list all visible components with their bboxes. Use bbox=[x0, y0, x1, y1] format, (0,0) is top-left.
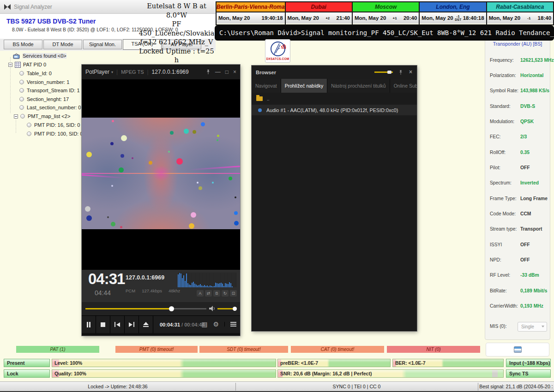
track-bullet-icon bbox=[258, 108, 262, 112]
volume-fill bbox=[217, 308, 233, 309]
spectrum-bar bbox=[203, 286, 204, 287]
parent-directory-label: .. bbox=[267, 96, 270, 101]
viz-dot bbox=[86, 152, 92, 157]
eject-button[interactable] bbox=[139, 316, 153, 333]
playlist-icon[interactable]: ▤ bbox=[201, 321, 207, 328]
clock-time: 18:40 bbox=[538, 15, 551, 21]
seek-fill bbox=[85, 308, 171, 309]
collapse-icon[interactable] bbox=[8, 63, 12, 67]
resize-grip[interactable] bbox=[548, 385, 553, 390]
volume-handle[interactable] bbox=[233, 307, 237, 311]
clock-date: Mon, May 20 bbox=[355, 15, 386, 21]
parent-directory-row[interactable]: .. bbox=[252, 93, 417, 105]
stream-format-label: MPEG TS bbox=[121, 69, 144, 75]
tab-bs-mode[interactable]: BS Mode bbox=[4, 40, 42, 49]
stop-button[interactable] bbox=[96, 316, 110, 333]
collapse-icon[interactable] bbox=[14, 114, 18, 119]
potplayer-menu[interactable]: PotPlayer bbox=[85, 69, 109, 75]
tree-item-pmt-map-list[interactable]: PMT_map_list <2> bbox=[14, 112, 70, 120]
spectrum-bar bbox=[187, 283, 188, 287]
tree-label: Table_Id: 0 bbox=[27, 71, 52, 76]
pin-icon[interactable] bbox=[398, 70, 403, 75]
overlay-line-satellite: Eutelsat 8 W B at 8.0°W bbox=[138, 2, 215, 20]
tab-signal-mon[interactable]: Signal Mon. bbox=[83, 40, 122, 49]
field-value: Long Frame bbox=[520, 196, 548, 201]
viz-dot bbox=[112, 120, 114, 122]
pause-button[interactable] bbox=[82, 316, 96, 333]
potplayer-titlebar[interactable]: PotPlayer ▾ | MPEG TS | 127.0.0.1:6969 —… bbox=[82, 65, 240, 79]
codec-label: PCM bbox=[126, 288, 135, 293]
field-value: Transport bbox=[520, 226, 542, 232]
ab-repeat-b-button[interactable]: B bbox=[213, 290, 220, 297]
seek-bar[interactable] bbox=[85, 308, 206, 309]
present-indicator: Present bbox=[4, 359, 50, 367]
clock-london: London, Eng Mon, May 20-1DST18:40:18 bbox=[419, 1, 487, 25]
audio-visualization bbox=[82, 118, 240, 229]
spectrum-bar bbox=[218, 284, 219, 287]
field-value: 0,193 MHz bbox=[520, 303, 543, 309]
viz-dot bbox=[110, 142, 114, 145]
clock-rabat: Rabat-Casablanca Mon, May 20-118:40 bbox=[486, 1, 554, 25]
tree-item-table-id[interactable]: Table_Id: 0 bbox=[19, 69, 52, 77]
next-button[interactable] bbox=[125, 316, 139, 333]
slider-handle[interactable] bbox=[387, 71, 391, 74]
dxsatcs-logo: DXSATCS.COM bbox=[265, 39, 290, 63]
speaker-icon[interactable] bbox=[209, 306, 216, 311]
sdt-status-badge: SDT (0) timeout! bbox=[199, 346, 288, 353]
tree-item-services[interactable]: Services found <0> bbox=[13, 52, 66, 60]
terminal-prompt[interactable]: C:\Users\Roman Dávid>Signal monitoring_P… bbox=[215, 25, 554, 41]
settings-gear-icon[interactable]: ⚙ bbox=[213, 321, 219, 328]
tab-prohlizec-nabidky[interactable]: Prohlížeč nabídky bbox=[281, 79, 327, 93]
potplayer-window: PotPlayer ▾ | MPEG TS | 127.0.0.1:6969 —… bbox=[82, 65, 240, 336]
loop-icon[interactable]: ↻ bbox=[222, 290, 229, 297]
minimize-icon[interactable]: — bbox=[215, 69, 221, 75]
ber-bar: BER: <1.0E-7 bbox=[392, 359, 504, 367]
browser-slider[interactable] bbox=[374, 71, 393, 73]
menu-icon[interactable] bbox=[224, 322, 236, 327]
volume-slider[interactable] bbox=[217, 308, 237, 309]
video-area[interactable] bbox=[82, 79, 240, 270]
tree-item-last-section[interactable]: Last_section_number: 0 bbox=[19, 103, 81, 112]
field-value: OFF bbox=[520, 242, 530, 247]
spectrum-bar bbox=[226, 284, 227, 287]
viz-dot bbox=[111, 185, 113, 187]
swap-icon[interactable]: ⇄ bbox=[205, 290, 212, 297]
ab-repeat-a-button[interactable]: A bbox=[197, 290, 204, 297]
tree-item-pat[interactable]: PAT PID 0 bbox=[8, 60, 46, 69]
tab-navigovat[interactable]: Navigovat bbox=[252, 79, 281, 93]
clock-offset: -1 bbox=[457, 15, 460, 18]
tab-online-subs[interactable]: Online Subs bbox=[390, 79, 417, 93]
tv-icon bbox=[13, 53, 20, 59]
mis-select[interactable]: Single bbox=[518, 322, 547, 332]
close-icon[interactable]: × bbox=[233, 69, 236, 75]
tab-nastroj-titulku[interactable]: Nástroj procházení titulků bbox=[327, 79, 390, 93]
audio-track-item[interactable]: Audio #1 - AAC(LATM), 48.0 kHz (PID:0x01… bbox=[252, 105, 417, 115]
browser-titlebar[interactable]: Browser × bbox=[252, 65, 417, 79]
field-label: CarrierWidth: bbox=[490, 303, 518, 309]
field-value: Inverted bbox=[520, 180, 539, 185]
bitrate-label: 127.4kbps bbox=[142, 288, 162, 293]
browser-title: Browser bbox=[256, 70, 276, 75]
previous-button[interactable] bbox=[110, 316, 125, 333]
fullscreen-icon[interactable]: ⊡ bbox=[230, 290, 237, 297]
tree-item-pmt-100[interactable]: PMT PID: 100, SID: 0 bbox=[27, 130, 83, 138]
tree-item-pmt-16[interactable]: PMT PID: 16, SID: 0 bbox=[27, 121, 80, 129]
maximize-icon[interactable]: □ bbox=[225, 69, 229, 75]
seek-handle[interactable] bbox=[169, 306, 174, 311]
viz-dot bbox=[119, 167, 124, 172]
field-value: 12621,523 MHz bbox=[520, 58, 554, 63]
viz-dot bbox=[212, 182, 214, 184]
tab-dt-mode[interactable]: DT Mode bbox=[43, 40, 82, 49]
viz-dot bbox=[199, 186, 202, 190]
export-database-button[interactable] bbox=[486, 343, 549, 356]
pin-icon[interactable] bbox=[206, 70, 211, 75]
tree-item-version[interactable]: Version_number: 1 bbox=[19, 78, 69, 86]
folder-icon bbox=[256, 96, 263, 101]
tree-item-tsid[interactable]: Transport_Stream ID: 1 bbox=[19, 86, 80, 95]
spectrum-bar bbox=[219, 283, 220, 287]
viz-dot bbox=[176, 158, 183, 165]
tree-item-section-length[interactable]: Section_lenght: 17 bbox=[19, 95, 69, 103]
viz-dot bbox=[234, 211, 238, 215]
spectrum-bar bbox=[204, 285, 205, 287]
close-icon[interactable]: × bbox=[409, 69, 412, 75]
